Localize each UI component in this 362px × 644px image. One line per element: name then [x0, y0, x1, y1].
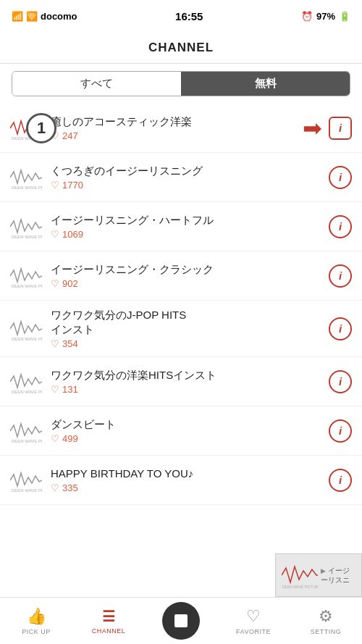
mini-player-icon: ▶: [321, 567, 328, 574]
heart-icon-2: ♡: [51, 180, 59, 191]
wifi-icon: 🛜: [26, 11, 38, 22]
channel-item-2[interactable]: DEEN WAVE PICTURES くつろぎのイージーリスニング ♡ 1770…: [0, 153, 362, 202]
svg-text:DEEN WAVE PICTURES: DEEN WAVE PICTURES: [12, 185, 42, 190]
stop-button-container: [145, 598, 217, 644]
channel-name-1: 癒しのアコースティック洋楽: [51, 114, 329, 129]
channel-info-5: ワクワク気分のJ-POP HITSインスト ♡ 354: [51, 308, 329, 349]
status-battery-area: ⏰ 97% 🔋: [301, 11, 350, 22]
waveform-icon-4: DEEN WAVE PICTURES: [10, 263, 42, 289]
info-button-6[interactable]: i: [329, 370, 352, 393]
heart-icon-6: ♡: [51, 384, 59, 395]
channel-likes-5: ♡ 354: [51, 338, 329, 349]
alarm-icon: ⏰: [301, 11, 313, 22]
channel-name-8: HAPPY BIRTHDAY TO YOU♪: [51, 467, 329, 481]
svg-text:DEEN WAVE PICTURES: DEEN WAVE PICTURES: [12, 337, 42, 341]
channel-info-1: 癒しのアコースティック洋楽 ♡ 247: [51, 114, 329, 142]
header: CHANNEL: [0, 32, 362, 64]
tab-pickup-label: PICK UP: [22, 628, 51, 635]
channel-item-7[interactable]: DEEN WAVE PICTURES ダンスビート ♡ 499 i: [0, 406, 362, 456]
mini-player[interactable]: DEEN WAVE PICTURES ▶ イージーリスニ: [275, 553, 362, 597]
battery-icon: 🔋: [339, 11, 350, 22]
tab-channel-label: CHANNEL: [92, 627, 126, 635]
step-badge-1: 1: [26, 113, 56, 143]
channel-likes-8: ♡ 335: [51, 482, 329, 493]
info-button-3[interactable]: i: [329, 215, 352, 238]
signal-icon: 📶: [12, 11, 23, 22]
channel-info-2: くつろぎのイージーリスニング ♡ 1770: [51, 164, 329, 191]
tab-favorite-label: FAVORITE: [236, 628, 271, 635]
channel-info-6: ワクワク気分の洋楽HITSインスト ♡ 131: [51, 368, 329, 396]
channel-info-4: イージーリスニング・クラシック ♡ 902: [51, 262, 329, 290]
channel-name-5: ワクワク気分のJ-POP HITSインスト: [51, 308, 329, 336]
status-time: 16:55: [175, 10, 203, 22]
info-button-1[interactable]: i: [329, 117, 352, 140]
status-bar: 📶 🛜 docomo 16:55 ⏰ 97% 🔋: [0, 0, 362, 32]
arrow-indicator: ➡: [303, 117, 322, 140]
tab-pickup[interactable]: 👍 PICK UP: [0, 598, 72, 644]
favorite-icon: ♡: [246, 607, 261, 626]
channel-info-7: ダンスビート ♡ 499: [51, 417, 329, 445]
tab-channel[interactable]: ☰ CHANNEL: [72, 598, 145, 644]
heart-icon-5: ♡: [51, 338, 59, 349]
channel-likes-1: ♡ 247: [51, 130, 329, 141]
svg-text:DEEN WAVE PICTURES: DEEN WAVE PICTURES: [12, 284, 42, 288]
stop-square-icon: [174, 614, 188, 627]
setting-icon: ⚙: [319, 607, 333, 626]
channel-icon: ☰: [102, 608, 115, 625]
channel-item-1[interactable]: DEEN WAVE PICTURES 癒しのアコースティック洋楽 ♡ 247 ➡…: [0, 104, 362, 153]
channel-item-4[interactable]: DEEN WAVE PICTURES イージーリスニング・クラシック ♡ 902…: [0, 251, 362, 301]
heart-icon-8: ♡: [51, 482, 59, 493]
info-button-8[interactable]: i: [329, 469, 352, 492]
channel-name-6: ワクワク気分の洋楽HITSインスト: [51, 368, 329, 382]
channel-item-5[interactable]: DEEN WAVE PICTURES ワクワク気分のJ-POP HITSインスト…: [0, 301, 362, 357]
svg-text:DEEN WAVE PICTURES: DEEN WAVE PICTURES: [12, 488, 42, 493]
battery-percent: 97%: [316, 11, 335, 22]
mini-player-text: ▶ イージーリスニ: [318, 566, 355, 585]
waveform-icon-7: DEEN WAVE PICTURES: [10, 418, 42, 444]
channel-likes-2: ♡ 1770: [51, 180, 329, 191]
tab-free[interactable]: 無料: [181, 72, 350, 96]
channel-name-7: ダンスビート: [51, 417, 329, 432]
info-button-2[interactable]: i: [329, 166, 352, 189]
tab-favorite[interactable]: ♡ FAVORITE: [217, 598, 290, 644]
waveform-icon-8: DEEN WAVE PICTURES: [10, 467, 42, 493]
pickup-icon: 👍: [27, 607, 46, 626]
channel-likes-6: ♡ 131: [51, 384, 329, 395]
channel-likes-3: ♡ 1069: [51, 229, 329, 240]
heart-icon-4: ♡: [51, 278, 59, 289]
svg-text:DEEN WAVE PICTURES: DEEN WAVE PICTURES: [282, 585, 318, 589]
channel-name-2: くつろぎのイージーリスニング: [51, 164, 329, 178]
tab-setting-label: SETTING: [311, 628, 342, 635]
svg-text:DEEN WAVE PICTURES: DEEN WAVE PICTURES: [12, 439, 42, 443]
svg-text:DEEN WAVE PICTURES: DEEN WAVE PICTURES: [12, 235, 42, 239]
filter-bar: すべて 無料: [0, 64, 362, 104]
stop-button[interactable]: [162, 602, 200, 640]
tab-setting[interactable]: ⚙ SETTING: [290, 598, 362, 644]
channel-item-8[interactable]: DEEN WAVE PICTURES HAPPY BIRTHDAY TO YOU…: [0, 456, 362, 505]
tab-bar: 👍 PICK UP ☰ CHANNEL ♡ FAVORITE ⚙ SETTING: [0, 597, 362, 644]
mini-player-waveform: DEEN WAVE PICTURES: [282, 561, 318, 590]
channel-list: DEEN WAVE PICTURES 癒しのアコースティック洋楽 ♡ 247 ➡…: [0, 104, 362, 598]
red-arrow-icon: ➡: [303, 117, 322, 140]
info-button-4[interactable]: i: [329, 264, 352, 288]
heart-icon-3: ♡: [51, 229, 59, 240]
channel-item-3[interactable]: DEEN WAVE PICTURES イージーリスニング・ハートフル ♡ 106…: [0, 202, 362, 251]
channel-info-3: イージーリスニング・ハートフル ♡ 1069: [51, 213, 329, 241]
heart-icon-7: ♡: [51, 433, 59, 444]
channel-name-4: イージーリスニング・クラシック: [51, 262, 329, 277]
filter-tabs: すべて 無料: [12, 71, 350, 96]
channel-item-6[interactable]: DEEN WAVE PICTURES ワクワク気分の洋楽HITSインスト ♡ 1…: [0, 357, 362, 406]
channel-info-8: HAPPY BIRTHDAY TO YOU♪ ♡ 335: [51, 467, 329, 494]
channel-likes-4: ♡ 902: [51, 278, 329, 289]
info-button-7[interactable]: i: [329, 419, 352, 443]
waveform-icon-2: DEEN WAVE PICTURES: [10, 164, 42, 191]
status-carrier: 📶 🛜 docomo: [12, 11, 77, 22]
info-button-5[interactable]: i: [329, 317, 352, 340]
waveform-icon-3: DEEN WAVE PICTURES: [10, 214, 42, 240]
page-title: CHANNEL: [148, 41, 214, 55]
waveform-icon-5: DEEN WAVE PICTURES: [10, 316, 42, 342]
svg-text:DEEN WAVE PICTURES: DEEN WAVE PICTURES: [12, 390, 42, 394]
tab-all[interactable]: すべて: [12, 72, 181, 96]
waveform-icon-6: DEEN WAVE PICTURES: [10, 369, 42, 395]
channel-name-3: イージーリスニング・ハートフル: [51, 213, 329, 227]
